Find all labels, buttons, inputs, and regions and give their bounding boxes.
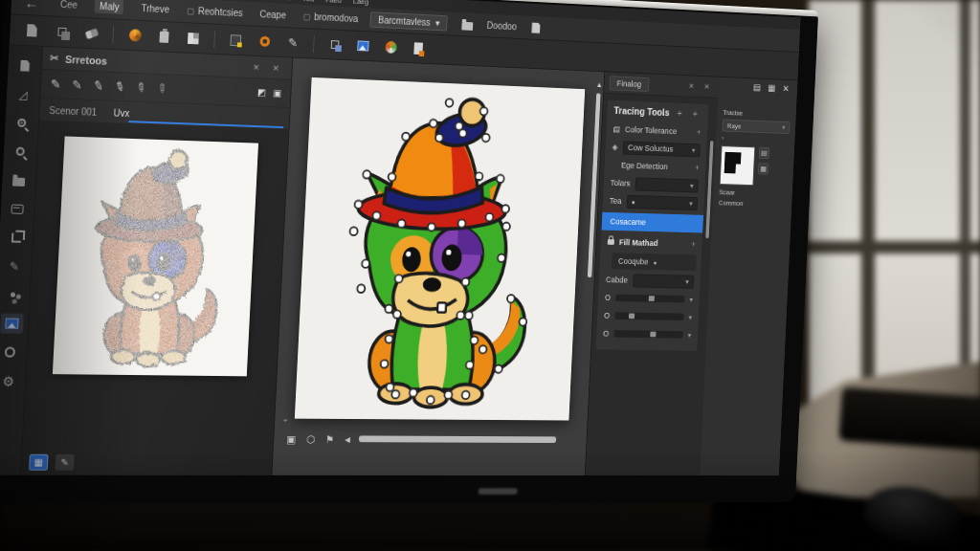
- grid-panel-icon[interactable]: ▦: [768, 83, 775, 93]
- pin-icon[interactable]: ⚑: [325, 433, 335, 446]
- pen-tool-button[interactable]: ✎: [284, 33, 301, 51]
- ring-icon: [5, 347, 15, 358]
- open-folder-button[interactable]: [459, 15, 476, 33]
- expand-plus-icon[interactable]: +: [697, 128, 702, 137]
- zoom-in-tool[interactable]: [10, 112, 33, 133]
- settings-tool[interactable]: ⚙: [0, 370, 20, 390]
- brush-button[interactable]: [126, 27, 144, 45]
- fill-method-row[interactable]: Fill Mathad +: [600, 232, 702, 253]
- back-arrow-icon[interactable]: ←: [24, 0, 39, 11]
- status-pen-button[interactable]: ✎: [56, 454, 75, 471]
- menu-item[interactable]: Ceape: [255, 7, 291, 22]
- new-page-button[interactable]: [528, 19, 545, 36]
- cooqube-toggle-row[interactable]: Cooqube ●: [612, 253, 697, 271]
- menu-item[interactable]: Trheve: [136, 1, 174, 17]
- artboard[interactable]: [295, 77, 585, 421]
- measure-tool[interactable]: ◿: [11, 83, 35, 104]
- menu-item-active[interactable]: Maly: [95, 0, 124, 14]
- pen-preset-button[interactable]: ✎: [132, 78, 148, 96]
- horizontal-scrollbar[interactable]: [359, 435, 556, 443]
- menu-item[interactable]: Faeo: [325, 0, 342, 4]
- chevron-down-icon[interactable]: ▾: [689, 296, 693, 303]
- header-plus-icons[interactable]: + +: [677, 107, 702, 119]
- expand-plus-icon[interactable]: +: [695, 164, 700, 172]
- expand-plus-icon[interactable]: +: [691, 240, 696, 249]
- page-tool[interactable]: [13, 55, 37, 77]
- menu-checkbox-option[interactable]: ▢ Reohtcsies: [187, 6, 243, 19]
- menu-item[interactable]: Fan: [278, 0, 291, 2]
- tab-active[interactable]: Uvx: [113, 108, 129, 122]
- node-select-button[interactable]: ◩: [257, 87, 266, 98]
- expander-caret[interactable]: ›: [722, 134, 790, 144]
- duplicate-button[interactable]: [53, 23, 70, 41]
- place-image-button[interactable]: [354, 37, 370, 55]
- chevron-down-icon[interactable]: ▾: [688, 313, 692, 320]
- copy-button[interactable]: [326, 36, 343, 54]
- tracing-panel: Finalog ✕ ✕ Tracing Tools + + ▤ Color To…: [585, 72, 719, 475]
- status-image-button[interactable]: ▦: [29, 454, 48, 471]
- slider-handle[interactable]: [650, 332, 656, 338]
- collapse-icon[interactable]: ⌄: [282, 414, 290, 424]
- card-tool[interactable]: [6, 198, 30, 219]
- menu-item[interactable]: Cee: [56, 0, 82, 12]
- menu-item[interactable]: Laeg: [353, 0, 369, 6]
- stamp-tool[interactable]: [1, 284, 25, 304]
- cabde-dropdown[interactable]: ▾: [633, 274, 694, 288]
- thumb-option-button[interactable]: ▦: [758, 163, 768, 174]
- thumb-option-button[interactable]: ▤: [759, 147, 769, 159]
- image-view-icon[interactable]: ▣: [286, 433, 296, 446]
- photo-scene: Pule Fled Dispes Roy Raesg Cane Fan Tod …: [0, 0, 980, 551]
- panel-close-icons[interactable]: ✕ ✕: [688, 82, 713, 91]
- tolars-label: Tolars: [611, 178, 631, 187]
- pen-preset-button[interactable]: ✎: [92, 77, 105, 94]
- pen-icon: ✎: [10, 259, 20, 273]
- hexagon-icon[interactable]: ⬡: [306, 433, 316, 446]
- pen-preset-button[interactable]: ✎: [153, 79, 170, 97]
- panel-close-icons[interactable]: ✕ ✕: [253, 62, 285, 73]
- slider-track[interactable]: [613, 330, 683, 339]
- new-document-button[interactable]: [23, 21, 41, 39]
- slider-track[interactable]: [614, 312, 684, 320]
- trace-thumbnail[interactable]: [720, 145, 755, 186]
- selected-option-row[interactable]: Cosacame: [601, 212, 703, 233]
- shape-circle-button[interactable]: [256, 33, 273, 50]
- slider-track[interactable]: [615, 295, 685, 303]
- slider-handle[interactable]: [649, 296, 655, 301]
- close-icon[interactable]: ✕: [782, 83, 789, 93]
- menu-item[interactable]: Tod: [302, 0, 314, 3]
- crop-tool[interactable]: [4, 227, 28, 248]
- export-button[interactable]: [227, 32, 244, 49]
- tolars-dropdown[interactable]: ▾: [635, 177, 699, 192]
- menu-checkbox-option[interactable]: ▢ bromodova: [302, 11, 358, 24]
- color-selection-dropdown[interactable]: Cow Soluctus ▾: [622, 141, 700, 157]
- zoom-tool[interactable]: [9, 141, 33, 162]
- tab-finalog[interactable]: Finalog: [609, 76, 649, 92]
- node-edit-button[interactable]: ▣: [273, 88, 281, 99]
- grid-button[interactable]: [185, 30, 202, 47]
- scroll-left-icon[interactable]: ◀: [345, 435, 350, 444]
- color-wheel-button[interactable]: [383, 38, 399, 55]
- ellipse-tool[interactable]: [0, 342, 22, 362]
- canvas-area[interactable]: ▲ ⌄ ▣ ⬡ ⚑ ◀: [272, 58, 604, 475]
- document-icon: [413, 42, 423, 55]
- pen-preset-button[interactable]: ✎: [50, 77, 60, 91]
- chevron-down-icon[interactable]: ▾: [688, 331, 692, 339]
- slider-handle[interactable]: [629, 314, 635, 320]
- document-export-button[interactable]: [411, 40, 427, 57]
- folder-icon: [461, 21, 473, 30]
- clipboard-button[interactable]: [155, 28, 172, 45]
- folder-tool[interactable]: [7, 169, 31, 190]
- dock-panel-icon[interactable]: ▤: [753, 82, 761, 92]
- pen-preset-button[interactable]: ✎: [112, 78, 127, 96]
- slider-label: O: [605, 293, 612, 302]
- raye-dropdown[interactable]: Raye ▾: [722, 119, 790, 134]
- tab-scene[interactable]: Scenor 001: [49, 105, 98, 121]
- image-trace-tool-selected[interactable]: [0, 313, 23, 333]
- eraser-button[interactable]: [82, 24, 100, 42]
- preset-dropdown[interactable]: Barcmtavless ▾: [370, 11, 448, 31]
- vector-cat-drawing[interactable]: [295, 77, 585, 421]
- tea-dropdown[interactable]: ● ▾: [626, 194, 698, 209]
- pen-preset-button[interactable]: ✎: [72, 77, 82, 92]
- scroll-up-icon[interactable]: ▲: [596, 80, 603, 89]
- pen-tool[interactable]: ✎: [3, 255, 27, 276]
